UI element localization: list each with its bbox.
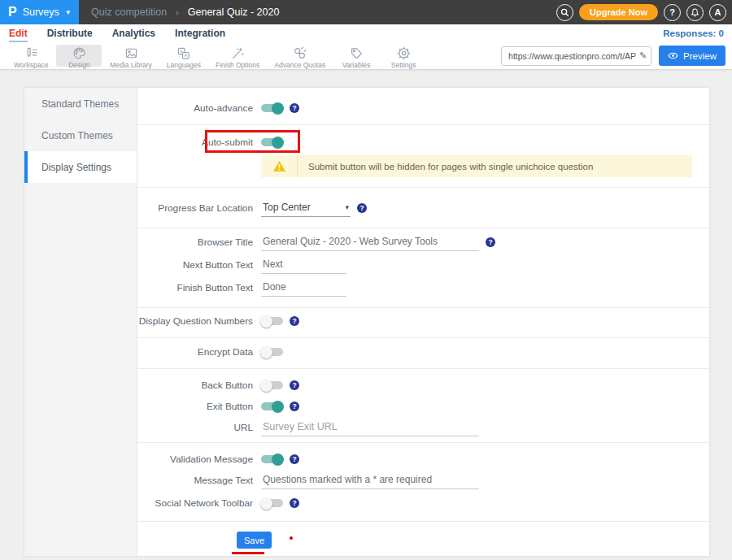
search-button[interactable]: [556, 4, 573, 21]
sidebar-item-custom-themes[interactable]: Custom Themes: [24, 119, 137, 151]
toggle-knob: [260, 380, 272, 392]
auto-submit-toggle[interactable]: [261, 138, 283, 146]
progress-bar-location-select[interactable]: Top Center: [261, 200, 351, 217]
sidebar-item-standard-themes[interactable]: Standard Themes: [24, 88, 137, 119]
toolbar-item-design[interactable]: Design: [56, 45, 102, 67]
setting-row: Social Network Toolbar: [137, 493, 709, 514]
next-button-text-label: Next Button Text: [137, 259, 253, 271]
exit-button-label: Exit Button: [137, 401, 253, 412]
toolbar-item-label: Variables: [342, 61, 371, 69]
toolbar-item-finish-options[interactable]: Finish Options: [209, 45, 266, 67]
tab-integration[interactable]: Integration: [175, 28, 225, 39]
selected-option: Top Center: [263, 202, 311, 213]
eye-icon: [668, 52, 678, 59]
validation-message-label: Validation Message: [137, 454, 253, 465]
sidebar-item-display-settings[interactable]: Display Settings: [24, 151, 137, 183]
edit-url-icon[interactable]: [636, 50, 647, 61]
help-icon[interactable]: [290, 316, 299, 326]
section-auto-submit: Auto-submit Submit button will be hidden…: [137, 125, 709, 188]
help-icon[interactable]: [290, 380, 299, 390]
display-question-numbers-label: Display Question Numbers: [137, 315, 253, 327]
toolbar-item-label: Languages: [167, 61, 201, 69]
media-library-icon: [124, 46, 138, 60]
toolbar-item-workspace[interactable]: Workspace: [7, 45, 54, 67]
toggle-knob: [272, 401, 284, 413]
breadcrumb-folder[interactable]: Quiz competition: [91, 7, 167, 18]
browser-title-input[interactable]: General Quiz - 2020 - Web Survey Tools: [261, 234, 479, 251]
chevron-down-icon: [345, 203, 349, 211]
social-network-toolbar-toggle[interactable]: [261, 499, 283, 507]
auto-advance-toggle[interactable]: [261, 104, 283, 112]
next-button-text-input[interactable]: Next: [261, 257, 346, 274]
help-icon[interactable]: [357, 203, 367, 213]
toolbar-item-variables[interactable]: Variables: [333, 45, 379, 67]
setting-row: Back Button: [137, 375, 709, 396]
finish-button-text-label: Finish Button Text: [137, 282, 253, 293]
design-toolbar: WorkspaceDesignMedia LibraryaALanguagesF…: [0, 42, 732, 70]
preview-label: Preview: [683, 51, 717, 61]
toolbar-item-advance-quotas[interactable]: Advance Quotas: [268, 45, 332, 67]
progress-bar-location-label: Progress Bar Location: [137, 202, 253, 214]
auto-submit-label: Auto-submit: [137, 137, 253, 148]
survey-url-field[interactable]: https://www.questionpro.com/t/APNrFZ: [501, 46, 651, 66]
exit-url-label: URL: [137, 422, 253, 433]
tab-distribute[interactable]: Distribute: [47, 28, 93, 39]
toolbar-item-settings[interactable]: Settings: [381, 45, 426, 67]
help-icon[interactable]: [290, 103, 299, 113]
toolbar-items: WorkspaceDesignMedia LibraryaALanguagesF…: [7, 42, 427, 69]
warning-text: Submit button will be hidden for pages w…: [298, 162, 593, 171]
notifications-button[interactable]: [686, 4, 704, 21]
toggle-knob: [272, 102, 284, 115]
surveys-menu[interactable]: P Surveys ▼: [0, 0, 79, 24]
browser-title-label: Browser Title: [137, 237, 253, 248]
save-button[interactable]: Save: [237, 532, 272, 549]
breadcrumb-current: General Quiz - 2020: [188, 7, 280, 18]
toolbar-item-label: Media Library: [110, 61, 152, 69]
section-auto-advance: Auto-advance: [137, 88, 709, 125]
toolbar-item-languages[interactable]: aALanguages: [160, 45, 207, 67]
search-icon: [560, 8, 569, 17]
avatar[interactable]: A: [709, 4, 726, 21]
toolbar-item-media-library[interactable]: Media Library: [103, 45, 159, 67]
exit-url-input[interactable]: Survey Exit URL: [261, 419, 479, 436]
chevron-down-icon: ▼: [65, 9, 72, 16]
display-settings-card: Standard ThemesCustom ThemesDisplay Sett…: [24, 88, 709, 556]
help-icon[interactable]: [486, 237, 495, 247]
setting-row: Finish Button Text Done: [137, 277, 709, 298]
warning-banner: Submit button will be hidden for pages w…: [261, 155, 692, 177]
help-icon[interactable]: [290, 402, 299, 411]
tab-analytics[interactable]: Analytics: [112, 28, 155, 39]
section-save: Save: [137, 522, 709, 549]
toolbar-item-label: Advance Quotas: [274, 61, 325, 69]
help-icon[interactable]: [290, 498, 299, 508]
nav-tabs: EditDistributeAnalyticsIntegration: [9, 28, 225, 39]
exit-button-toggle[interactable]: [261, 402, 283, 410]
encrypt-data-toggle[interactable]: [261, 348, 283, 356]
validation-message-toggle[interactable]: [261, 455, 283, 463]
message-text-input[interactable]: Questions marked with a * are required: [261, 472, 479, 489]
preview-button[interactable]: Preview: [659, 46, 725, 66]
tab-edit[interactable]: Edit: [9, 28, 28, 39]
responses-count[interactable]: Responses: 0: [663, 28, 724, 38]
social-network-toolbar-label: Social Network Toolbar: [137, 497, 253, 509]
settings-icon: [397, 46, 411, 60]
toolbar-item-label: Finish Options: [216, 61, 259, 69]
section-question-numbers: Display Question Numbers: [137, 308, 709, 338]
back-button-label: Back Button: [137, 380, 253, 391]
setting-row: Display Question Numbers: [137, 310, 709, 332]
back-button-toggle[interactable]: [261, 381, 283, 389]
section-encrypt: Encrypt Data: [137, 338, 709, 369]
upgrade-now-button[interactable]: Upgrade Now: [579, 4, 658, 20]
help-button[interactable]: ?: [664, 4, 681, 21]
variables-icon: [350, 46, 364, 60]
setting-row: Encrypt Data: [137, 341, 709, 362]
help-icon[interactable]: [290, 454, 299, 464]
toggle-knob: [272, 137, 284, 149]
setting-row: Validation Message: [137, 449, 709, 470]
section-validation: Validation Message Message Text Question…: [137, 443, 709, 522]
setting-row: Exit Button: [137, 396, 709, 417]
section-buttons: Back Button Exit Button URL Survey Exit …: [137, 369, 709, 443]
display-question-numbers-toggle[interactable]: [261, 317, 283, 325]
finish-button-text-input[interactable]: Done: [261, 280, 346, 297]
annotation-red-underline: [232, 552, 264, 554]
